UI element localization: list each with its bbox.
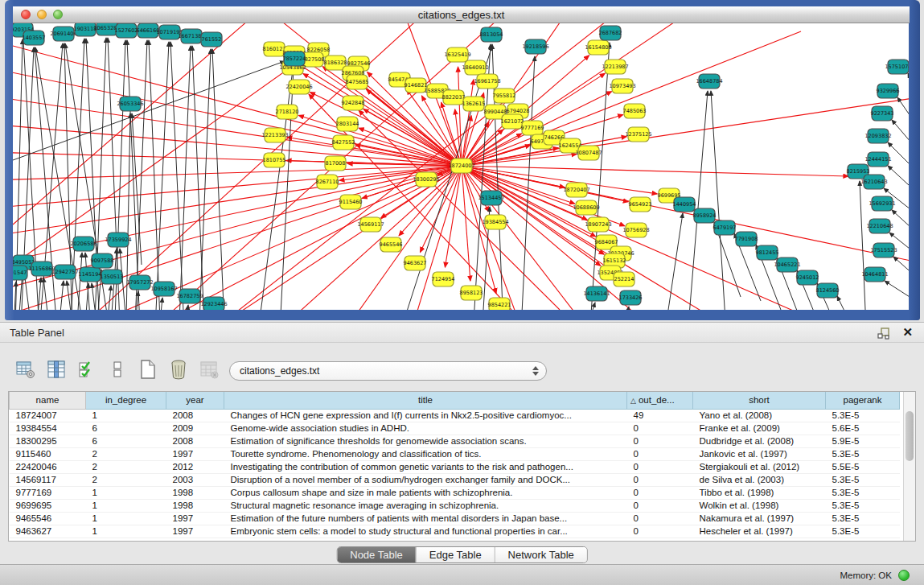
table-panel-titlebar: Table Panel ✕	[0, 323, 924, 343]
graph-node-label: 6479197	[713, 225, 737, 231]
graph-node-label: 10958167	[150, 286, 177, 292]
graph-node-label: 16961758	[474, 78, 500, 84]
column-header-in_degree[interactable]: in_degree	[86, 392, 166, 409]
graph-node-label: 18720407	[563, 187, 589, 193]
column-header-pagerank[interactable]: pagerank	[826, 392, 900, 409]
show-columns-button[interactable]	[45, 358, 68, 381]
graph-node-label: 12923446	[200, 301, 227, 307]
table-cell: 0	[627, 499, 693, 512]
table-cell: 5.3E-5	[826, 512, 900, 525]
table-cell: 9463627	[10, 525, 86, 538]
graph-node-label: 8427552	[332, 139, 355, 146]
graph-node-label: 1403557	[23, 35, 46, 41]
graph-node-label: 2803144	[336, 121, 359, 127]
tab-node-table[interactable]: Node Table	[337, 547, 416, 562]
table-row[interactable]: 946362711997Embryonic stem cells: a mode…	[10, 525, 900, 538]
table-cell: 0	[627, 422, 693, 435]
status-bar: Memory: OK	[0, 564, 924, 585]
table-cell: Estimation of the future numbers of pati…	[224, 512, 627, 525]
select-columns-button[interactable]	[76, 358, 98, 381]
table-selector-dropdown[interactable]: citations_edges.txt	[229, 361, 547, 381]
table-cell: 5.3E-5	[826, 447, 900, 460]
graph-node-label: 12213393	[261, 132, 288, 138]
node-table: namein_degreeyeartitle△out_de...shortpag…	[8, 391, 916, 542]
new-column-button[interactable]	[137, 358, 159, 381]
table-row[interactable]: 1830029562008Estimation of significance …	[10, 435, 900, 447]
table-selector-value: citations_edges.txt	[230, 365, 528, 377]
table-row[interactable]: 969969511998Structural magnetic resonanc…	[10, 499, 900, 512]
table-toolbar: f(x)	[14, 355, 251, 384]
table-scrollbar-thumb[interactable]	[906, 411, 914, 461]
table-row[interactable]: 1456911722003Disruption of a novel membe…	[10, 473, 900, 486]
table-header-row: namein_degreeyeartitle△out_de...shortpag…	[10, 392, 900, 409]
graph-node-label: 16210643	[860, 179, 887, 185]
graph-node-label: 16154808	[585, 44, 611, 51]
table-row[interactable]: 1938455462009Genome-wide association stu…	[10, 422, 900, 435]
network-window-titlebar[interactable]: citations_edges.txt	[13, 6, 910, 23]
graph-node-label: 10465221	[774, 262, 800, 268]
graph-node-label: 16782759	[176, 293, 203, 299]
graph-node-label: 1527602	[115, 27, 138, 34]
table-mode-button[interactable]	[14, 358, 37, 381]
graph-node-label: 18300295	[413, 176, 439, 183]
tab-edge-table[interactable]: Edge Table	[416, 547, 495, 562]
table-row[interactable]: 977716911998Corpus callosum shape and si…	[10, 486, 900, 499]
graph-node-label: 2718120	[276, 109, 299, 115]
graph-node-label: 9463627	[404, 260, 427, 266]
column-header-name[interactable]: name	[10, 392, 86, 409]
table-cell: Dudbridge et al. (2008)	[693, 435, 826, 447]
table-cell: 5.3E-5	[826, 525, 900, 538]
graph-node-label: 1621072	[501, 118, 524, 125]
graph-node-label: 15751074	[885, 64, 909, 70]
table-row[interactable]: 1872400712008Changes of HCN gene express…	[10, 409, 900, 422]
graph-node-label: 7955812	[493, 93, 516, 99]
memory-status-label: Memory: OK	[840, 571, 892, 580]
graph-node-label: 9684067	[595, 239, 618, 245]
row-height-button[interactable]	[106, 358, 129, 381]
table-cell: 1998	[166, 486, 224, 499]
table-cell: Nakamura et al. (1997)	[693, 512, 826, 525]
graph-node-label: 26053346	[117, 101, 143, 107]
graph-node-label: 17359924	[105, 237, 131, 243]
table-cell: 5.3E-5	[826, 409, 900, 422]
tab-network-table[interactable]: Network Table	[495, 547, 587, 562]
memory-status-indicator[interactable]	[898, 570, 910, 581]
table-cell: 5.3E-5	[826, 499, 900, 512]
table-row[interactable]: 946554611997Estimation of the future num…	[10, 512, 900, 525]
float-panel-icon[interactable]	[877, 327, 890, 340]
table-cell: 0	[627, 486, 693, 499]
table-cell: Estimation of significance thresholds fo…	[224, 435, 627, 447]
close-panel-icon[interactable]: ✕	[902, 325, 913, 340]
graph-node-label: 8822037	[442, 94, 466, 101]
table-scrollbar[interactable]	[903, 392, 915, 541]
network-canvas[interactable]: 8160123891295482260589827508818632898275…	[13, 23, 909, 310]
graph-node-label: 8186328	[324, 60, 347, 66]
graph-node-label: 1145194	[79, 271, 102, 278]
graph-node-label: 1362615	[462, 101, 486, 107]
column-header-title[interactable]: title	[224, 392, 627, 409]
table-cell: 2009	[166, 422, 224, 435]
table-cell: 0	[627, 447, 693, 460]
column-header-out_de[interactable]: △out_de...	[627, 392, 693, 409]
graph-node-label: 7124954	[432, 276, 455, 282]
delete-table-button[interactable]	[198, 358, 220, 381]
table-row[interactable]: 911546021997Tourette syndrome. Phenomeno…	[10, 447, 900, 460]
table-cell: 2012	[166, 460, 224, 473]
table-cell: 2008	[166, 409, 224, 422]
table-cell: 2	[86, 460, 166, 473]
network-view-window: citations_edges.txt 81601238912954822605…	[5, 0, 920, 320]
table-cell: 5.3E-5	[826, 486, 900, 499]
table-cell: Tourette syndrome. Phenomenology and cla…	[224, 447, 627, 460]
table-cell: 9465546	[10, 512, 86, 525]
table-cell: 0	[627, 473, 693, 486]
table-cell: 1	[86, 486, 166, 499]
column-header-year[interactable]: year	[166, 392, 224, 409]
delete-column-button[interactable]	[167, 358, 190, 381]
table-cell: Hescheler et al. (1997)	[693, 525, 826, 538]
table-panel: Table Panel ✕	[0, 322, 924, 585]
table-cell: 5.3E-5	[826, 473, 900, 486]
table-row[interactable]: 2242004622012Investigating the contribut…	[10, 460, 900, 473]
column-header-short[interactable]: short	[693, 392, 826, 409]
table-gear-icon	[16, 360, 35, 379]
graph-node-label: 8124560	[816, 287, 840, 294]
